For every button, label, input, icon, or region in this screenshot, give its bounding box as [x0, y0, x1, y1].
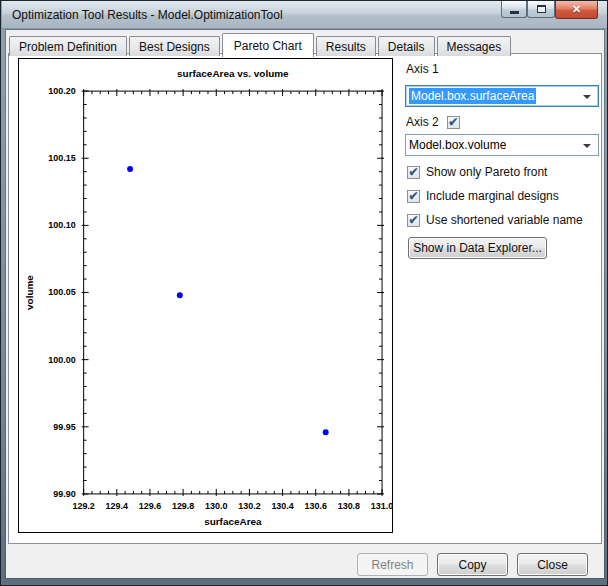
svg-text:129.2: 129.2	[72, 501, 94, 511]
axis2-select[interactable]: Model.box.volume	[405, 134, 599, 156]
tab-pareto-chart[interactable]: Pareto Chart	[222, 33, 314, 57]
svg-text:100.00: 100.00	[48, 355, 75, 365]
checkbox-label: Include marginal designs	[426, 189, 559, 203]
checkbox-use-shortened-variable-name[interactable]: ✔ Use shortened variable name	[407, 213, 583, 227]
maximize-icon	[537, 5, 546, 13]
checkbox-label: Use shortened variable name	[426, 213, 583, 227]
svg-text:100.20: 100.20	[48, 86, 75, 96]
svg-text:129.4: 129.4	[106, 501, 128, 511]
axis1-selected-value: Model.box.surfaceArea	[409, 88, 536, 104]
show-in-data-explorer-button[interactable]: Show in Data Explorer...	[408, 237, 547, 259]
tab-problem-definition[interactable]: Problem Definition	[9, 36, 127, 56]
svg-text:volume: volume	[24, 275, 35, 310]
svg-text:99.95: 99.95	[53, 422, 75, 432]
checkbox-box-icon[interactable]: ✔	[407, 166, 420, 179]
checkbox-include-marginal-designs[interactable]: ✔ Include marginal designs	[407, 189, 559, 203]
axis1-label: Axis 1	[406, 62, 439, 76]
axis1-select[interactable]: Model.box.surfaceArea	[405, 85, 599, 107]
svg-text:100.05: 100.05	[48, 288, 75, 298]
pareto-scatter-chart: 129.2129.4129.6129.8130.0130.2130.4130.6…	[18, 58, 393, 533]
svg-text:131.0: 131.0	[371, 501, 393, 511]
checkbox-box-icon[interactable]: ✔	[407, 214, 420, 227]
minimize-button[interactable]	[501, 1, 527, 18]
tab-messages[interactable]: Messages	[437, 36, 512, 56]
tab-results[interactable]: Results	[316, 36, 376, 56]
axis2-selected-value: Model.box.volume	[409, 138, 506, 152]
svg-text:130.0: 130.0	[205, 501, 227, 511]
svg-text:surfaceArea vs. volume: surfaceArea vs. volume	[177, 68, 289, 79]
pareto-chart-page: 129.2129.4129.6129.8130.0130.2130.4130.6…	[8, 53, 602, 544]
svg-text:100.10: 100.10	[48, 220, 75, 230]
svg-text:99.90: 99.90	[53, 489, 75, 499]
axis2-label: Axis 2	[406, 115, 439, 129]
checkbox-box-icon[interactable]: ✔	[407, 190, 420, 203]
close-button[interactable]: ✕	[555, 1, 598, 19]
window-title: Optimization Tool Results - Model.Optimi…	[12, 8, 283, 22]
chevron-down-icon[interactable]	[583, 95, 591, 99]
close-icon: ✕	[572, 4, 581, 15]
maximize-button[interactable]	[527, 1, 555, 18]
svg-text:surfaceArea: surfaceArea	[204, 516, 262, 527]
axis2-row: Axis 2 ✔	[406, 115, 460, 129]
minimize-icon	[510, 11, 519, 14]
svg-text:129.6: 129.6	[139, 501, 161, 511]
copy-button[interactable]: Copy	[437, 553, 508, 576]
svg-text:130.8: 130.8	[338, 501, 360, 511]
refresh-button[interactable]: Refresh	[357, 553, 428, 576]
svg-text:130.6: 130.6	[305, 501, 327, 511]
dialog-window: Optimization Tool Results - Model.Optimi…	[0, 0, 608, 586]
close-dialog-button[interactable]: Close	[517, 553, 588, 576]
chevron-down-icon[interactable]	[583, 144, 591, 148]
svg-text:100.15: 100.15	[48, 153, 75, 163]
axis2-checkbox[interactable]: ✔	[447, 116, 460, 129]
checkbox-label: Show only Pareto front	[426, 165, 547, 179]
tab-best-designs[interactable]: Best Designs	[129, 36, 220, 56]
checkbox-show-only-pareto-front[interactable]: ✔ Show only Pareto front	[407, 165, 547, 179]
svg-text:130.2: 130.2	[238, 501, 260, 511]
svg-text:129.8: 129.8	[172, 501, 194, 511]
tab-details[interactable]: Details	[378, 36, 435, 56]
tab-strip: Problem Definition Best Designs Pareto C…	[9, 32, 513, 56]
svg-text:130.4: 130.4	[271, 501, 293, 511]
